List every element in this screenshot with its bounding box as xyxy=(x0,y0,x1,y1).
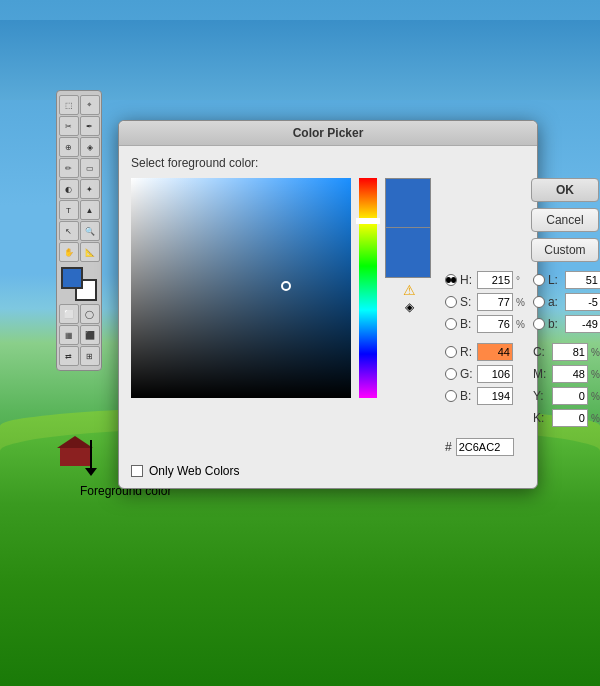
c-row: C: % xyxy=(533,342,600,362)
blab-row: b: xyxy=(533,314,600,334)
b-row: B: % xyxy=(445,314,525,334)
tool-row-3: ⊕ ◈ xyxy=(59,137,100,157)
r-label: R: xyxy=(460,345,474,359)
tool-row-2: ✂ ✒ xyxy=(59,116,100,136)
g-input[interactable] xyxy=(477,365,513,383)
tool-measure[interactable]: 📐 xyxy=(80,242,100,262)
web-colors-checkbox[interactable] xyxy=(131,465,143,477)
tool-dodge[interactable]: ◐ xyxy=(59,179,79,199)
color-field-gradient[interactable] xyxy=(131,178,351,398)
color-preview-old xyxy=(385,228,431,278)
c-unit: % xyxy=(591,347,600,358)
b2-radio[interactable] xyxy=(445,390,457,402)
cancel-button[interactable]: Cancel xyxy=(531,208,599,232)
g-radio[interactable] xyxy=(445,368,457,380)
tool-view1[interactable]: ▦ xyxy=(59,325,79,345)
color-gradient-field[interactable] xyxy=(131,178,351,398)
l-label: L: xyxy=(548,273,562,287)
tool-text[interactable]: T xyxy=(59,200,79,220)
tool-row-8: ✋ 📐 xyxy=(59,242,100,262)
tool-eraser[interactable]: ▭ xyxy=(80,158,100,178)
tool-extra2[interactable]: ⊞ xyxy=(80,346,100,366)
toolbar: ⬚ ⌖ ✂ ✒ ⊕ ◈ ✏ ▭ ◐ ✦ T ▲ ↖ 🔍 ✋ 📐 ⬜ ◯ ▦ ⬛ xyxy=(56,90,102,371)
web-colors-row: Only Web Colors xyxy=(131,464,525,478)
tool-hand[interactable]: ✋ xyxy=(59,242,79,262)
k-input[interactable] xyxy=(552,409,588,427)
foreground-color-swatch[interactable] xyxy=(61,267,83,289)
tool-crop[interactable]: ✂ xyxy=(59,116,79,136)
m-input[interactable] xyxy=(552,365,588,383)
m-row: M: % xyxy=(533,364,600,384)
s-unit: % xyxy=(516,297,525,308)
hex-hash: # xyxy=(445,440,452,454)
b-radio[interactable] xyxy=(445,318,457,330)
tool-row: ⬚ ⌖ xyxy=(59,95,100,115)
hex-row: # xyxy=(445,438,600,456)
blab-label: b: xyxy=(548,317,562,331)
k-unit: % xyxy=(591,413,600,424)
tool-zoom[interactable]: 🔍 xyxy=(80,221,100,241)
tool-row-7: ↖ 🔍 xyxy=(59,221,100,241)
tool-extra1[interactable]: ⇄ xyxy=(59,346,79,366)
sky xyxy=(0,20,600,100)
r-input[interactable] xyxy=(477,343,513,361)
hex-input[interactable] xyxy=(456,438,514,456)
tool-view2[interactable]: ⬛ xyxy=(80,325,100,345)
custom-button[interactable]: Custom xyxy=(531,238,599,262)
h-radio[interactable] xyxy=(445,274,457,286)
h-label: H: xyxy=(460,273,474,287)
ok-button[interactable]: OK xyxy=(531,178,599,202)
dialog-buttons: OK Cancel Custom xyxy=(531,178,600,262)
tool-row-view: ▦ ⬛ xyxy=(59,325,100,345)
b-label: B: xyxy=(460,317,474,331)
tool-heal[interactable]: ⊕ xyxy=(59,137,79,157)
gamut-warning-icon[interactable]: ⚠ xyxy=(385,282,433,298)
b-input[interactable] xyxy=(477,315,513,333)
s-input[interactable] xyxy=(477,293,513,311)
tool-row-extra: ⇄ ⊞ xyxy=(59,346,100,366)
g-row: G: xyxy=(445,364,525,384)
tool-shape[interactable]: ▲ xyxy=(80,200,100,220)
tool-pen[interactable]: ✦ xyxy=(80,179,100,199)
tool-eyedrop[interactable]: ✒ xyxy=(80,116,100,136)
blab-radio[interactable] xyxy=(533,318,545,330)
l-radio[interactable] xyxy=(533,274,545,286)
m-label: M: xyxy=(533,367,549,381)
h-input[interactable] xyxy=(477,271,513,289)
blab-input[interactable] xyxy=(565,315,600,333)
y-input[interactable] xyxy=(552,387,588,405)
r-radio[interactable] xyxy=(445,346,457,358)
tool-lasso[interactable]: ⌖ xyxy=(80,95,100,115)
g-label: G: xyxy=(460,367,474,381)
b2-row: B: xyxy=(445,386,525,406)
a-row: a: xyxy=(533,292,600,312)
tool-marquee[interactable]: ⬚ xyxy=(59,95,79,115)
tool-stamp[interactable]: ◈ xyxy=(80,137,100,157)
b2-input[interactable] xyxy=(477,387,513,405)
h-row: H: ° xyxy=(445,270,525,290)
y-label: Y: xyxy=(533,389,549,403)
web-colors-label: Only Web Colors xyxy=(149,464,239,478)
tool-mode1[interactable]: ⬜ xyxy=(59,304,79,324)
c-input[interactable] xyxy=(552,343,588,361)
tool-brush[interactable]: ✏ xyxy=(59,158,79,178)
lab-cmyk-values: L: a: b: xyxy=(533,270,600,428)
l-input[interactable] xyxy=(565,271,600,289)
k-label: K: xyxy=(533,411,549,425)
a-input[interactable] xyxy=(565,293,600,311)
s-radio[interactable] xyxy=(445,296,457,308)
tool-select[interactable]: ↖ xyxy=(59,221,79,241)
hue-gradient[interactable] xyxy=(359,178,377,398)
s-label: S: xyxy=(460,295,474,309)
tool-mode2[interactable]: ◯ xyxy=(80,304,100,324)
color-preview-new xyxy=(385,178,431,228)
k-row: K: % xyxy=(533,408,600,428)
y-row: Y: % xyxy=(533,386,600,406)
web-color-icon[interactable]: ◈ xyxy=(385,300,433,314)
hue-slider[interactable] xyxy=(359,178,377,398)
dialog-title: Color Picker xyxy=(119,121,537,146)
b2-label: B: xyxy=(460,389,474,403)
a-radio[interactable] xyxy=(533,296,545,308)
hsb-rgb-values: H: ° S: % xyxy=(445,270,525,428)
color-cursor xyxy=(281,281,291,291)
